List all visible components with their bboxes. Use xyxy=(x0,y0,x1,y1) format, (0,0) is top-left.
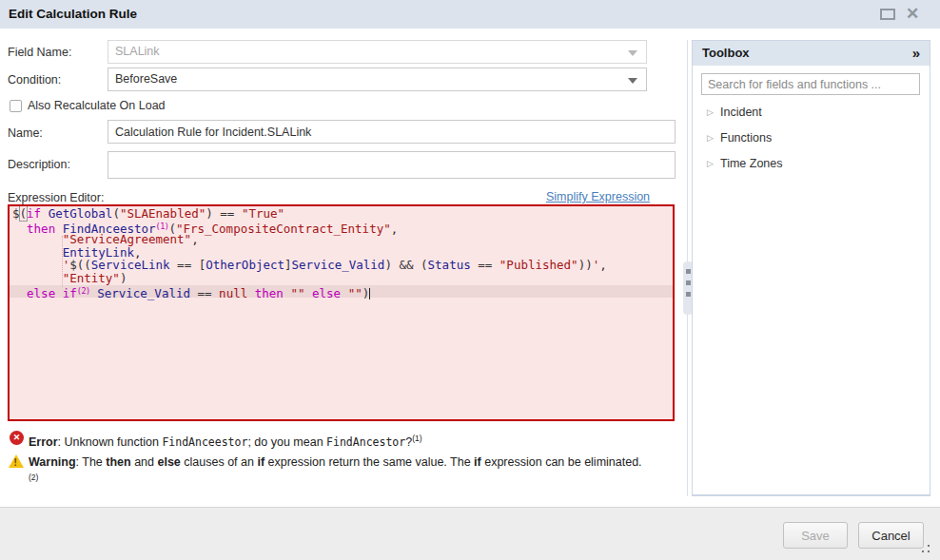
code-token: OtherObject xyxy=(206,258,284,272)
name-label: Name: xyxy=(8,126,43,140)
tree-item-label: Functions xyxy=(720,131,772,145)
message-segment: else xyxy=(157,455,180,469)
expression-code-editor[interactable]: $(if GetGlobal("SLAEnabled") == "True" t… xyxy=(8,204,675,421)
tree-item-label: Incident xyxy=(720,106,762,119)
code-token: else xyxy=(312,286,341,300)
toolbox-tree: ▷Incident▷Functions▷Time Zones xyxy=(693,100,930,177)
message-segment: (2) xyxy=(29,473,38,482)
code-token: ( xyxy=(112,206,120,221)
toolbox-tree-item-incident[interactable]: ▷Incident xyxy=(693,100,930,126)
code-token: == xyxy=(190,286,219,300)
message-segment: if xyxy=(257,455,264,469)
code-token xyxy=(304,286,312,300)
tree-expand-icon[interactable]: ▷ xyxy=(707,151,714,177)
code-token: Service_Valid xyxy=(292,258,385,272)
code-token: "" xyxy=(290,286,304,300)
title-bar: Edit Calculation Rule ✕ xyxy=(0,0,940,29)
chevron-down-icon xyxy=(628,50,637,56)
description-input[interactable] xyxy=(108,151,676,179)
expression-editor-label: Expression Editor: xyxy=(8,191,104,204)
message-segment: and xyxy=(131,455,158,469)
code-line: else if(2) Service_Valid == null then ""… xyxy=(9,285,674,299)
code-token: ) && ( xyxy=(384,258,427,272)
description-label: Description: xyxy=(8,158,70,171)
code-token: "" xyxy=(348,286,362,300)
maximize-icon[interactable] xyxy=(880,9,895,20)
code-token: == [ xyxy=(170,258,206,272)
save-button: Save xyxy=(783,522,848,549)
recalculate-label: Also Recalculate On Load xyxy=(28,99,166,112)
collapse-panel-icon[interactable]: » xyxy=(912,41,920,65)
code-token: (1) xyxy=(156,222,169,231)
tree-expand-icon[interactable]: ▷ xyxy=(707,126,714,151)
name-input[interactable] xyxy=(108,120,676,144)
code-token: ) xyxy=(362,286,370,300)
code-token: (2) xyxy=(77,286,90,296)
simplify-expression-link[interactable]: Simplify Expression xyxy=(546,190,656,203)
code-token: ) xyxy=(120,271,127,285)
code-line: EntityLink, xyxy=(9,246,674,260)
message-segment: ; do you mean xyxy=(247,435,326,449)
code-token: then xyxy=(255,286,284,300)
code-token: )) xyxy=(578,258,593,272)
code-token: Status xyxy=(428,258,471,272)
toolbox-header: Toolbox » xyxy=(693,41,930,66)
code-token: null xyxy=(219,286,247,300)
recalculate-checkbox[interactable] xyxy=(10,100,22,112)
code-token xyxy=(247,286,255,300)
indent-guide xyxy=(62,236,63,287)
code-token: "Frs_CompositeContract_Entity" xyxy=(176,222,391,236)
code-token xyxy=(12,286,27,300)
message-segment: expression can be eliminated. xyxy=(481,455,642,469)
code-token: GetGlobal xyxy=(49,206,113,221)
field-name-select: SLALink xyxy=(108,40,647,64)
warning-icon xyxy=(9,454,24,468)
resize-grip[interactable] xyxy=(917,543,930,555)
warning-message: Warning: The then and else clauses of an… xyxy=(29,454,642,489)
error-icon xyxy=(10,431,24,445)
code-token: ) == xyxy=(206,206,242,221)
message-segment: FindAncestor xyxy=(326,435,405,449)
code-token: , xyxy=(391,222,399,236)
code-token: "SLAEnabled" xyxy=(120,206,206,221)
toolbox-search-input[interactable] xyxy=(701,73,920,95)
code-token: if xyxy=(27,206,41,221)
cancel-button[interactable]: Cancel xyxy=(858,522,924,549)
error-message: Error: Unknown function FindAnceestor; d… xyxy=(29,431,666,450)
message-segment: if xyxy=(474,455,481,469)
toolbox-title: Toolbox xyxy=(702,41,750,66)
message-segment: expression return the same value. The xyxy=(264,455,474,469)
field-name-label: Field Name: xyxy=(8,46,71,59)
field-name-value: SLALink xyxy=(115,45,160,58)
code-line: "Entity") xyxy=(9,272,674,285)
code-token: "Entity" xyxy=(63,271,120,285)
code-token: "Published" xyxy=(499,258,578,272)
message-segment: then xyxy=(106,455,130,469)
condition-value: BeforeSave xyxy=(115,72,177,86)
code-token: Service_Valid xyxy=(97,286,190,300)
code-line: $(if GetGlobal("SLAEnabled") == "True" xyxy=(9,207,674,221)
condition-select[interactable]: BeforeSave xyxy=(108,68,647,91)
message-segment: FindAnceestor xyxy=(162,435,247,449)
text-caret xyxy=(369,288,370,299)
code-token: ( xyxy=(20,206,28,221)
code-token xyxy=(55,286,63,300)
code-token: , xyxy=(599,258,607,272)
footer-bar: Save Cancel xyxy=(0,507,940,560)
code-token xyxy=(41,206,49,221)
message-segment: clauses of an xyxy=(181,455,258,469)
toolbox-tree-item-functions[interactable]: ▷Functions xyxy=(693,126,930,151)
chevron-down-icon xyxy=(628,78,637,84)
toolbox-tree-item-time-zones[interactable]: ▷Time Zones xyxy=(693,151,930,177)
code-token: $ xyxy=(12,206,20,221)
tree-expand-icon[interactable]: ▷ xyxy=(707,100,714,126)
code-token: else xyxy=(27,286,55,300)
code-line: '$((ServiceLink == [OtherObject]Service_… xyxy=(9,259,674,272)
code-token: if xyxy=(63,286,77,300)
message-segment: (1) xyxy=(412,434,421,443)
close-icon[interactable]: ✕ xyxy=(902,4,923,25)
message-segment: : The xyxy=(76,455,107,469)
dialog-title: Edit Calculation Rule xyxy=(9,0,137,29)
message-segment: Error xyxy=(29,435,58,449)
code-token: ] xyxy=(284,258,292,272)
